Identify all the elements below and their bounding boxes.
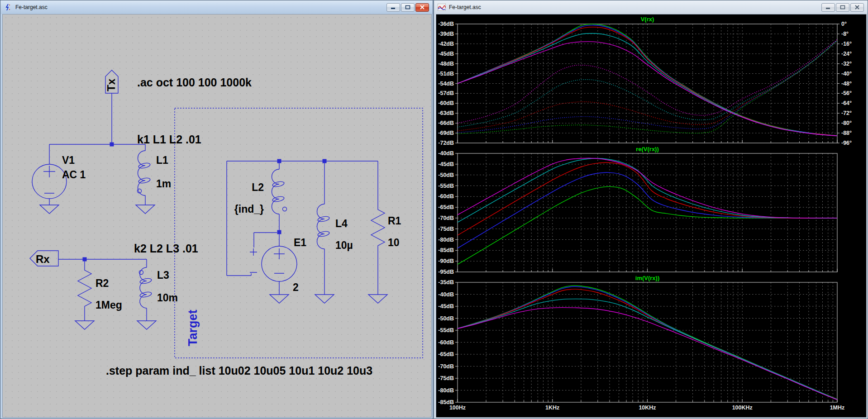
y-axis-label: -54dB — [438, 81, 454, 87]
y-axis-label: -50dB — [438, 172, 454, 178]
window-title: Fe-target.asc — [449, 4, 481, 10]
l2-value-label[interactable]: {ind_} — [234, 203, 264, 215]
r2-value-label[interactable]: 1Meg — [95, 299, 122, 311]
e1-name-label[interactable]: E1 — [294, 237, 306, 248]
target-selection-box[interactable] — [175, 108, 423, 358]
pane-im(V(rx)): im(V(rx))-35dB-40dB-45dB-50dB-55dB-60dB-… — [438, 275, 837, 405]
x-axis-label: 1KHz — [545, 405, 559, 411]
restore-icon — [840, 5, 845, 10]
component-r1-resistor[interactable] — [371, 208, 385, 248]
y-axis-label: -80dB — [438, 237, 454, 243]
phase-axis-label: -32° — [841, 61, 852, 67]
directive-ac[interactable]: .ac oct 100 100 1000k — [137, 76, 252, 89]
phase-axis-label: -40° — [841, 71, 852, 77]
y-axis-label: -55dB — [438, 183, 454, 189]
l3-value-label[interactable]: 10m — [157, 292, 178, 304]
minimize-button[interactable] — [821, 3, 835, 12]
l4-name-label[interactable]: L4 — [335, 218, 348, 229]
schematic-titlebar[interactable]: Fe-target.asc — [0, 0, 433, 14]
phase-axis-label: -88° — [841, 130, 852, 136]
l2-name-label[interactable]: L2 — [252, 181, 264, 193]
y-axis-label: -80dB — [438, 387, 454, 394]
restore-button[interactable] — [401, 3, 415, 12]
y-axis-label: -90dB — [438, 258, 454, 264]
r1-name-label[interactable]: R1 — [388, 215, 401, 227]
e1-value-label[interactable]: 2 — [293, 281, 299, 293]
r1-value-label[interactable]: 10 — [388, 237, 400, 248]
component-l4-inductor[interactable] — [317, 204, 330, 249]
x-axis-label: 1MHz — [830, 405, 845, 411]
trace-phase-step-10u1[interactable] — [458, 40, 837, 131]
y-axis-label: -42dB — [438, 41, 454, 47]
v1-value-label[interactable]: AC 1 — [62, 169, 86, 181]
phase-axis-label: -56° — [841, 90, 852, 96]
phase-axis-label: -96° — [841, 140, 852, 146]
y-axis-label: -63dB — [438, 110, 454, 116]
y-axis-label: -45dB — [438, 303, 454, 309]
component-l1-inductor[interactable] — [138, 151, 151, 195]
y-axis-label: -70dB — [438, 363, 454, 370]
y-axis-label: -65dB — [438, 204, 454, 210]
pane-title: re(V(rx)) — [636, 146, 659, 152]
close-icon — [854, 5, 860, 10]
y-axis-label: -75dB — [438, 375, 454, 381]
ltspice-waveform-icon — [438, 4, 446, 11]
trace-im-step-10u02[interactable] — [458, 286, 837, 399]
trace-phase-step-10u05[interactable] — [458, 40, 837, 133]
l1-value-label[interactable]: 1m — [156, 178, 171, 190]
flag-tx[interactable]: Tx — [105, 70, 118, 93]
y-axis-label: -51dB — [438, 71, 454, 77]
phase-axis-label: 0° — [841, 21, 847, 27]
r2-name-label[interactable]: R2 — [95, 277, 109, 289]
x-axis-label: 100Hz — [449, 405, 466, 411]
window-title: Fe-target.asc — [15, 4, 48, 10]
pane-V(rx): V(rx)-36dB-39dB-42dB-45dB-48dB-51dB-54dB… — [438, 16, 852, 146]
trace-im-step-10u1[interactable] — [458, 289, 837, 400]
component-e1-dependent-source[interactable] — [250, 246, 297, 281]
minimize-button[interactable] — [386, 3, 400, 12]
schematic-drawing: Tx Rx .ac oct 100 100 1000k k1 L1 L2 .01… — [3, 14, 432, 418]
waveform-titlebar[interactable]: Fe-target.asc — [434, 0, 868, 14]
trace-re-step-10u2[interactable] — [458, 158, 837, 222]
close-button[interactable] — [415, 3, 429, 12]
y-axis-label: -95dB — [438, 269, 454, 275]
l1-name-label[interactable]: L1 — [156, 154, 168, 166]
phase-axis-label: -24° — [841, 51, 852, 57]
component-v1-voltage-source[interactable] — [32, 164, 67, 199]
y-axis-label: -50dB — [438, 315, 454, 322]
y-axis-label: -66dB — [438, 120, 454, 126]
y-axis-label: -40dB — [438, 291, 454, 298]
v1-name-label[interactable]: V1 — [62, 154, 75, 166]
waveform-plot[interactable]: V(rx)-36dB-39dB-42dB-45dB-48dB-51dB-54dB… — [436, 14, 866, 417]
minimize-icon — [825, 5, 831, 10]
schematic-canvas[interactable]: Tx Rx .ac oct 100 100 1000k k1 L1 L2 .01… — [2, 14, 432, 418]
x-axis-label: 100KHz — [732, 405, 753, 411]
directive-k1[interactable]: k1 L1 L2 .01 — [137, 133, 201, 146]
waveform-canvas[interactable]: V(rx)-36dB-39dB-42dB-45dB-48dB-51dB-54dB… — [436, 14, 867, 418]
directive-k2[interactable]: k2 L2 L3 .01 — [134, 242, 198, 255]
phase-axis-label: -80° — [841, 120, 852, 126]
component-r2-resistor[interactable] — [78, 268, 91, 308]
y-axis-label: -55dB — [438, 327, 454, 333]
y-axis-label: -85dB — [438, 247, 454, 253]
y-axis-label: -72dB — [438, 140, 454, 146]
target-box-label[interactable]: Target — [186, 309, 200, 346]
phase-axis-label: -48° — [841, 81, 852, 87]
y-axis-label: -69dB — [438, 130, 454, 136]
l3-name-label[interactable]: L3 — [157, 269, 169, 281]
component-l3-inductor[interactable] — [139, 267, 152, 308]
ltspice-schematic-icon — [4, 4, 12, 11]
directive-step[interactable]: .step param ind_ list 10u02 10u05 10u1 1… — [106, 364, 372, 377]
y-axis-label: -65dB — [438, 351, 454, 357]
y-axis-label: -70dB — [438, 215, 454, 221]
x-axis-label: 10KHz — [639, 405, 656, 411]
close-button[interactable] — [850, 3, 864, 12]
y-axis-label: -40dB — [438, 150, 454, 157]
wire-junctions — [83, 143, 327, 262]
l4-value-label[interactable]: 10µ — [335, 239, 353, 251]
component-l2-inductor[interactable] — [272, 169, 287, 214]
restore-button[interactable] — [836, 3, 849, 12]
rx-flag-label: Rx — [36, 253, 50, 265]
schematic-window: Fe-target.asc — [0, 0, 433, 419]
flag-rx[interactable]: Rx — [30, 251, 58, 266]
